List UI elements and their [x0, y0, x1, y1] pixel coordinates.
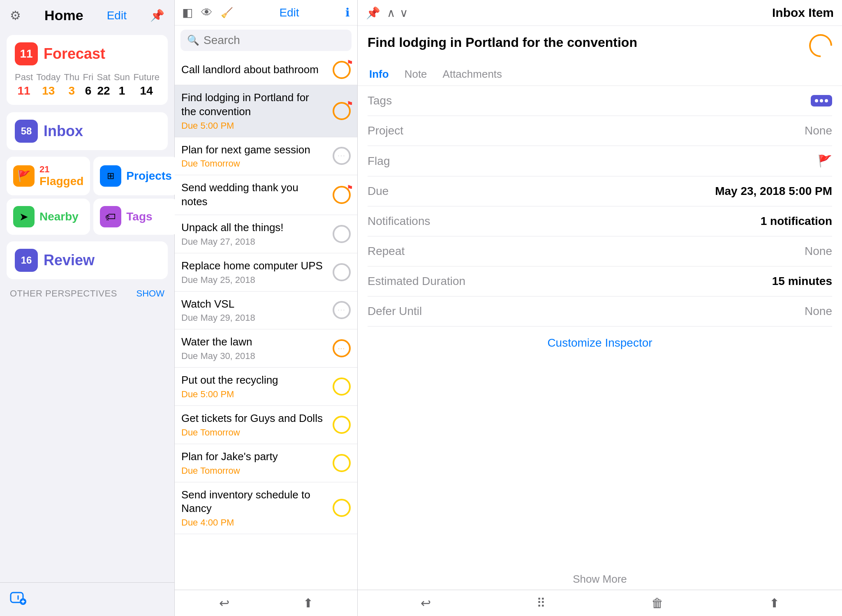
inbox-badge: 58 [15, 120, 38, 143]
task-circle[interactable] [333, 263, 351, 281]
task-item[interactable]: Plan for Jake's party Due Tomorrow [175, 444, 357, 482]
task-item[interactable]: Watch VSL Due May 29, 2018 ··· [175, 292, 357, 330]
flagged-card[interactable]: 🚩 21 Flagged [7, 157, 90, 195]
task-circle[interactable]: ··· [333, 301, 351, 319]
forecast-days: Past 11 Today 13 Thu 3 Fri 6 Sat 22 Sun … [15, 72, 160, 97]
info-row-duration[interactable]: Estimated Duration 15 minutes [368, 266, 832, 296]
task-completion-circle[interactable] [804, 29, 837, 62]
pin-icon[interactable]: 📌 [366, 6, 380, 20]
search-input[interactable] [204, 34, 351, 47]
search-bar: 🔍 [180, 30, 352, 51]
inbox-card[interactable]: 58 Inbox [7, 112, 168, 150]
nearby-card[interactable]: ➤ Nearby [7, 199, 90, 235]
task-item[interactable]: Send wedding thank you notes [175, 175, 357, 215]
other-perspectives: OTHER PERSPECTIVES SHOW [0, 283, 174, 301]
left-header: ⚙ Home Edit 📌 [0, 0, 174, 31]
show-perspectives-button[interactable]: SHOW [136, 288, 164, 299]
down-arrow-button[interactable]: ∨ [400, 6, 408, 20]
pin-icon[interactable]: 📌 [150, 9, 164, 22]
info-section: Tags Project None Flag 🚩 Due May 23, 201… [358, 86, 842, 569]
task-item[interactable]: Water the lawn Due May 30, 2018 ··· [175, 329, 357, 368]
task-circle[interactable] [333, 454, 351, 472]
flag-icon: 🚩 [13, 165, 35, 187]
home-title: Home [44, 7, 83, 23]
right-header-title: Inbox Item [415, 6, 834, 20]
review-card[interactable]: 16 Review [7, 241, 168, 279]
task-circle[interactable]: ··· [333, 147, 351, 165]
middle-edit-button[interactable]: Edit [279, 6, 299, 19]
flag-icon[interactable]: 🚩 [818, 154, 832, 168]
right-header-nav: ∧ ∨ [387, 6, 408, 20]
tag-icon: 🏷 [100, 206, 121, 227]
projects-icon: ⊞ [100, 165, 121, 187]
left-panel: ⚙ Home Edit 📌 11 Forecast Past 11 Today … [0, 0, 175, 616]
task-circle[interactable] [333, 499, 351, 517]
clean-icon[interactable]: 🧹 [221, 7, 233, 19]
info-row-tags: Tags [368, 86, 832, 116]
info-row-notifications[interactable]: Notifications 1 notification [368, 206, 832, 236]
forecast-day-sat[interactable]: Sat 22 [97, 72, 111, 97]
add-item-button[interactable] [10, 589, 26, 609]
info-row-repeat[interactable]: Repeat None [368, 236, 832, 266]
right-header: 📌 ∧ ∨ Inbox Item [358, 0, 842, 26]
task-circle[interactable] [333, 416, 351, 434]
other-perspectives-label: OTHER PERSPECTIVES [10, 288, 117, 299]
tags-icon[interactable] [811, 95, 832, 107]
sidebar-toggle-icon[interactable]: ◧ [182, 6, 193, 19]
gear-icon[interactable]: ⚙ [10, 8, 21, 23]
back-icon[interactable]: ↩ [219, 596, 229, 610]
left-bottom-bar [0, 582, 174, 616]
task-item[interactable]: Find lodging in Portland for the convent… [175, 85, 357, 137]
tab-attachments[interactable]: Attachments [441, 64, 504, 86]
review-badge: 16 [15, 249, 38, 272]
forecast-day-thu[interactable]: Thu 3 [64, 72, 79, 97]
forecast-badge: 11 [15, 42, 38, 65]
forecast-label: Forecast [44, 45, 105, 63]
right-bottom-bar: ↩ ⠿ 🗑 ⬆ [358, 590, 842, 616]
info-row-due[interactable]: Due May 23, 2018 5:00 PM [368, 176, 832, 206]
share-icon[interactable]: ⬆ [303, 596, 313, 610]
middle-header-icons: ◧ 👁 🧹 [182, 6, 233, 19]
task-item[interactable]: Send inventory schedule to Nancy Due 4:0… [175, 482, 357, 535]
info-row-flag[interactable]: Flag 🚩 [368, 146, 832, 176]
info-row-defer[interactable]: Defer Until None [368, 296, 832, 327]
forecast-day-fri[interactable]: Fri 6 [83, 72, 94, 97]
search-icon: 🔍 [187, 35, 199, 46]
customize-inspector-button[interactable]: Customize Inspector [368, 327, 832, 359]
grid-dots-icon[interactable]: ⠿ [537, 596, 546, 610]
forecast-day-today[interactable]: Today 13 [36, 72, 60, 97]
middle-info-button[interactable]: ℹ [345, 6, 350, 19]
task-item[interactable]: Put out the recycling Due 5:00 PM [175, 368, 357, 406]
task-item[interactable]: Get tickets for Guys and Dolls Due Tomor… [175, 406, 357, 444]
task-circle[interactable] [333, 102, 351, 120]
show-more-button[interactable]: Show More [358, 569, 842, 590]
up-arrow-button[interactable]: ∧ [387, 6, 396, 20]
share-icon[interactable]: ⬆ [769, 596, 780, 610]
eye-icon[interactable]: 👁 [201, 6, 213, 19]
middle-header: ◧ 👁 🧹 Edit ℹ [175, 0, 357, 25]
right-task-title: Find lodging in Portland for the convent… [368, 34, 716, 51]
forecast-day-future[interactable]: Future 14 [133, 72, 160, 97]
undo-icon[interactable]: ↩ [421, 596, 431, 610]
task-circle[interactable] [333, 186, 351, 204]
tags-card[interactable]: 🏷 Tags [93, 199, 178, 235]
location-icon: ➤ [13, 206, 35, 227]
grid-section: 🚩 21 Flagged ⊞ Projects ➤ Nearby 🏷 Tags [7, 157, 168, 235]
tab-note[interactable]: Note [403, 64, 429, 86]
task-item[interactable]: Replace home computer UPS Due May 25, 20… [175, 253, 357, 292]
forecast-card[interactable]: 11 Forecast Past 11 Today 13 Thu 3 Fri 6… [7, 35, 168, 105]
forecast-day-past: Past 11 [15, 72, 33, 97]
trash-icon[interactable]: 🗑 [651, 596, 664, 610]
task-item[interactable]: Unpack all the things! Due May 27, 2018 [175, 215, 357, 253]
forecast-day-sun[interactable]: Sun 1 [114, 72, 130, 97]
task-circle[interactable] [333, 61, 351, 79]
task-item[interactable]: Plan for next game session Due Tomorrow … [175, 137, 357, 176]
middle-bottom-bar: ↩ ⬆ [175, 590, 357, 616]
task-circle[interactable]: ··· [333, 339, 351, 357]
task-circle[interactable] [333, 225, 351, 243]
projects-card[interactable]: ⊞ Projects [93, 157, 178, 195]
task-circle[interactable] [333, 377, 351, 396]
edit-button[interactable]: Edit [107, 9, 127, 22]
task-item[interactable]: Call landlord about bathroom [175, 55, 357, 85]
tab-info[interactable]: Info [368, 64, 391, 86]
